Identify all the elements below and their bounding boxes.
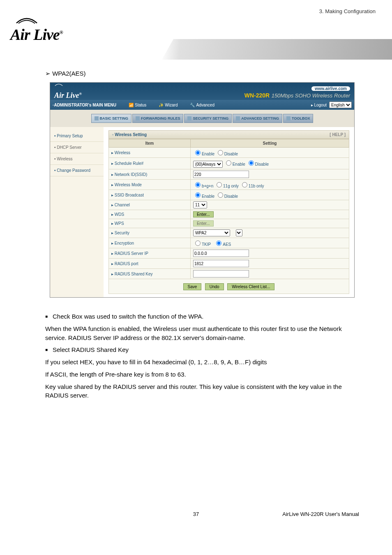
nav-wizard[interactable]: ✨Wizard [159,103,178,107]
col-item: Item [109,139,191,148]
mode-11b-radio[interactable] [242,182,247,187]
wireless-enable-radio[interactable] [195,150,201,155]
sidebar-primary[interactable]: • Primary Setup [50,130,104,142]
body-p1: Check Box was used to switch the functio… [45,312,359,321]
body-p4: If you select HEX, you have to fill in 6… [45,358,359,367]
router-model-sub: 150Mbps SOHO Wireless Router [272,92,350,99]
tab-toolbox[interactable]: TOOLBOX [283,114,313,123]
save-button[interactable]: Save [183,283,202,290]
row-schedule: ▸ Schedule Rule# (00)Always Enable Disab… [109,158,349,169]
tab-bar: BASIC SETTING FORWARDING RULES SECURITY … [50,110,354,127]
wps-enter-button[interactable]: Enter... [193,220,214,227]
security-select2[interactable] [236,229,242,236]
basic-icon [95,116,99,120]
panel-header: ▫ Wireless Setting [ HELP ] [108,130,349,139]
nav-bar: ▫ ADMINISTRATOR's MAIN MENU 📶Status ✨Wiz… [50,100,354,110]
body-p5: If ASCII, the length of Pre-share key is… [45,370,359,379]
section-heading: ➢ WPA2(AES) [45,70,359,77]
header-banner [162,39,392,60]
col-setting: Setting [190,139,349,148]
mode-11g-radio[interactable] [217,182,222,187]
tkip-radio[interactable] [195,240,201,246]
table-header-row: Item Setting [109,139,349,148]
row-radius-port: ▸ RADIUS port [109,259,349,269]
advanced-icon: 🔧 [190,103,195,107]
settings-panel: ▫ Wireless Setting [ HELP ] Item Setting… [104,127,354,297]
row-channel: ▸ Channel 11 [109,200,349,210]
panel-title: ▫ Wireless Setting [112,132,147,137]
settings-table: Item Setting ▸ Wireless Enable Disable ▸… [108,139,349,279]
button-row: Save Undo Wireless Client List... [108,279,349,294]
broadcast-enable-radio[interactable] [195,192,201,198]
radius-ip-input[interactable] [193,250,249,257]
schedule-disable-radio[interactable] [249,160,254,166]
row-security: ▸ Security WPA2 [109,228,349,238]
sidebar-wireless[interactable]: • Wireless [50,153,104,165]
router-logo: Air Live® [54,83,82,100]
page-header: 3. Making Configuration Air Live® [0,0,392,58]
forwarding-icon [136,116,140,120]
row-mode: ▸ Wireless Mode b+g+n 11g only 11b only [109,180,349,190]
manual-title: AirLive WN-220R User's Manual [282,511,359,517]
airlive-logo: Air Live® [10,16,63,44]
body-p6: Key value shared by the RADIUS server an… [45,382,359,400]
router-url: www.airlive.com [311,86,350,91]
tab-advanced[interactable]: ADVANCED SETTING [233,114,282,123]
admin-menu-label: ADMINISTRATOR's MAIN MENU [54,103,116,107]
broadcast-disable-radio[interactable] [218,192,223,198]
sidebar: • Primary Setup • DHCP Server • Wireless… [50,127,104,297]
page-footer: 37 AirLive WN-220R User's Manual [0,511,392,530]
router-title-block: www.airlive.com WN-220R 150Mbps SOHO Wir… [244,84,350,99]
aes-radio[interactable] [216,240,221,246]
row-wps: ▸ WPS Enter... [109,219,349,228]
tab-forwarding[interactable]: FORWARDING RULES [132,114,183,123]
row-encryption: ▸ Encryption TKIP AES [109,238,349,248]
logo-arc-icon [14,16,39,24]
row-ssid: ▸ Network ID(SSID) [109,169,349,180]
row-radius-ip: ▸ RADIUS Server IP [109,248,349,259]
toolbox-icon [286,116,291,120]
body-p2: When the WPA function is enabled, the Wi… [45,324,359,342]
router-model: WN-220R [244,92,270,99]
row-wds: ▸ WDS Enter... [109,210,349,219]
wds-enter-button[interactable]: Enter... [193,211,214,217]
nav-advanced[interactable]: 🔧Advanced [190,103,214,107]
page-number: 37 [193,511,199,517]
sidebar-dhcp[interactable]: • DHCP Server [50,142,104,153]
mode-bgn-radio[interactable] [195,182,201,187]
security-select[interactable]: WPA2 [193,229,230,236]
nav-logout[interactable]: ▸ Logout [311,103,327,107]
status-icon: 📶 [129,103,134,107]
row-wireless: ▸ Wireless Enable Disable [109,148,349,158]
client-list-button[interactable]: Wireless Client List... [227,283,274,290]
wireless-disable-radio[interactable] [218,150,223,155]
tab-basic[interactable]: BASIC SETTING [91,114,132,123]
ssid-input[interactable] [193,171,249,178]
radius-port-input[interactable] [193,260,249,267]
language-select[interactable]: English [329,102,352,108]
router-screenshot: Air Live® www.airlive.com WN-220R 150Mbp… [50,82,355,298]
schedule-select[interactable]: (00)Always [193,161,223,168]
radius-key-input[interactable] [193,270,249,278]
wizard-icon: ✨ [159,103,164,107]
router-header: Air Live® www.airlive.com WN-220R 150Mbp… [50,83,354,100]
row-radius-key: ▸ RADIUS Shared Key [109,269,349,279]
advanced-tab-icon [236,116,240,120]
schedule-enable-radio[interactable] [226,160,231,166]
chapter-label: 3. Making Configuration [319,8,376,14]
nav-status[interactable]: 📶Status [129,103,146,107]
tab-security[interactable]: SECURITY SETTING [184,114,232,123]
sidebar-change-password[interactable]: • Change Password [50,165,104,176]
undo-button[interactable]: Undo [205,283,224,290]
help-link[interactable]: [ HELP ] [330,132,346,137]
channel-select[interactable]: 11 [193,201,207,208]
body-p3: Select RADIUS Shared Key [45,345,359,354]
security-icon [187,116,191,120]
row-broadcast: ▸ SSID Broadcast Enable Disable [109,190,349,200]
